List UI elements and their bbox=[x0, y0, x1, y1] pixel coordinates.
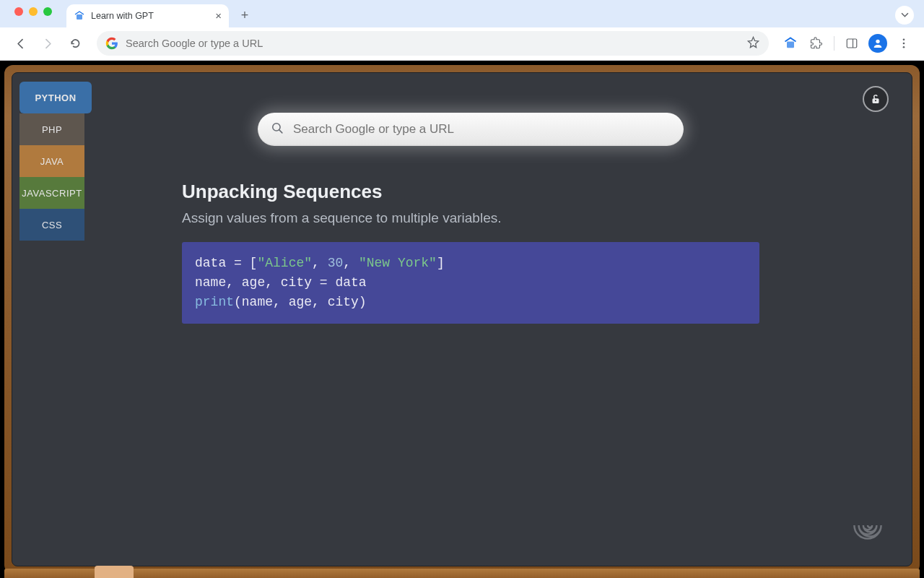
profile-avatar[interactable] bbox=[866, 32, 889, 55]
svg-line-11 bbox=[279, 129, 282, 132]
extension-gpt-icon[interactable] bbox=[779, 32, 802, 55]
svg-rect-1 bbox=[787, 42, 794, 48]
lesson-subtitle: Assign values from a sequence to multipl… bbox=[182, 210, 759, 226]
window-minimize-button[interactable] bbox=[29, 7, 38, 16]
svg-point-6 bbox=[903, 43, 905, 45]
tabs-dropdown-button[interactable] bbox=[895, 6, 914, 25]
tab-strip: Learn with GPT × + bbox=[0, 0, 924, 27]
reload-button[interactable] bbox=[64, 32, 87, 55]
lang-tab-javascript[interactable]: JAVASCRIPT bbox=[19, 177, 84, 209]
page-search-input[interactable] bbox=[293, 122, 671, 137]
google-g-icon bbox=[105, 37, 118, 50]
new-tab-button[interactable]: + bbox=[235, 6, 255, 26]
window-controls bbox=[7, 0, 61, 16]
lesson-title: Unpacking Sequences bbox=[182, 181, 759, 203]
tab-favicon-icon bbox=[74, 10, 85, 22]
forward-button[interactable] bbox=[36, 32, 59, 55]
bookmark-star-icon[interactable] bbox=[746, 35, 760, 52]
lock-badge[interactable] bbox=[863, 86, 889, 112]
chalkboard-frame: PYTHON PHP JAVA JAVASCRIPT CSS bbox=[4, 65, 920, 574]
lang-tab-python[interactable]: PYTHON bbox=[19, 82, 92, 113]
browser-chrome: Learn with GPT × + bbox=[0, 0, 924, 61]
window-maximize-button[interactable] bbox=[43, 7, 52, 16]
app-viewport: PYTHON PHP JAVA JAVASCRIPT CSS bbox=[0, 61, 924, 578]
language-tabs: PYTHON PHP JAVA JAVASCRIPT CSS bbox=[19, 82, 92, 241]
unlock-icon bbox=[869, 92, 882, 105]
tab-close-icon[interactable]: × bbox=[215, 9, 222, 22]
svg-point-7 bbox=[903, 46, 905, 48]
toolbar-divider bbox=[834, 36, 834, 51]
address-bar[interactable] bbox=[97, 31, 769, 56]
chalk-ledge bbox=[4, 569, 920, 578]
toolbar-actions bbox=[779, 32, 915, 55]
code-block: data = ["Alice", 30, "New York"] name, a… bbox=[182, 242, 759, 324]
page-search-bar[interactable] bbox=[258, 113, 684, 146]
back-button[interactable] bbox=[9, 32, 32, 55]
browser-tab-active[interactable]: Learn with GPT × bbox=[66, 4, 229, 27]
lang-tab-java[interactable]: JAVA bbox=[19, 145, 84, 177]
browser-toolbar bbox=[0, 27, 924, 60]
svg-rect-0 bbox=[77, 14, 82, 20]
spiral-logo-icon bbox=[845, 503, 890, 548]
tab-title: Learn with GPT bbox=[91, 11, 154, 21]
svg-point-9 bbox=[875, 100, 876, 101]
kebab-menu-icon[interactable] bbox=[892, 32, 915, 55]
search-icon bbox=[271, 121, 284, 138]
svg-point-4 bbox=[876, 40, 879, 43]
svg-point-5 bbox=[903, 39, 905, 41]
window-close-button[interactable] bbox=[14, 7, 23, 16]
omnibox-input[interactable] bbox=[126, 38, 739, 49]
chalk-eraser bbox=[95, 566, 134, 578]
lang-tab-php[interactable]: PHP bbox=[19, 113, 84, 145]
svg-rect-2 bbox=[847, 39, 857, 48]
chalkboard: PYTHON PHP JAVA JAVASCRIPT CSS bbox=[12, 72, 912, 566]
side-panel-icon[interactable] bbox=[840, 32, 863, 55]
content-area: Unpacking Sequences Assign values from a… bbox=[182, 113, 759, 324]
extensions-icon[interactable] bbox=[805, 32, 828, 55]
lang-tab-css[interactable]: CSS bbox=[19, 209, 84, 241]
